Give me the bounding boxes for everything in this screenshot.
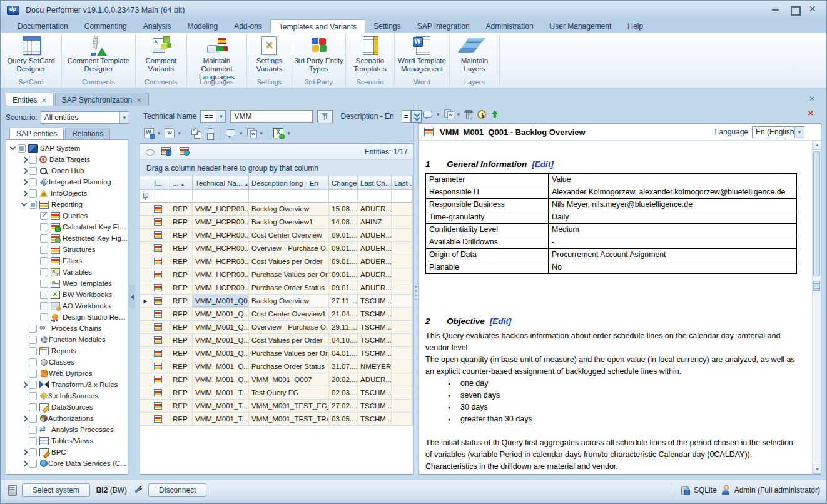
select-system-button[interactable]: Select system: [22, 483, 90, 497]
expander-icon[interactable]: [20, 200, 29, 209]
checkbox[interactable]: [29, 358, 37, 366]
double-chevron-icon[interactable]: [411, 110, 422, 123]
copy-document-dropdown[interactable]: [455, 108, 462, 121]
group-by-bar[interactable]: Drag a column header here to group by th…: [140, 160, 413, 176]
checkbox[interactable]: [29, 392, 37, 400]
table-row[interactable]: REPVMM_M001_Q...Purchase Order Status31.…: [140, 360, 413, 373]
menu-tab-add-ons[interactable]: Add-ons: [226, 19, 270, 33]
column-header-change[interactable]: Change...: [329, 176, 358, 190]
expander-icon[interactable]: [9, 144, 18, 153]
tree-item-sap-system[interactable]: SAP System: [6, 143, 128, 154]
expander-icon[interactable]: [20, 166, 29, 175]
menu-tab-help[interactable]: Help: [619, 19, 651, 33]
filter-cell[interactable]: [329, 190, 358, 203]
history-button[interactable]: [475, 108, 488, 121]
expander-icon[interactable]: [20, 178, 29, 186]
table-row[interactable]: REPVMM_HCPR00...Backlog Overview15.08...…: [140, 203, 413, 216]
tree-item-core-data-services-c[interactable]: Core Data Services (C...: [6, 458, 128, 469]
chevron-down-icon[interactable]: [119, 112, 129, 123]
tree-item-calculated-key-fig[interactable]: Calculated Key Fig...: [6, 221, 128, 233]
excel-export-dropdown[interactable]: [285, 126, 292, 140]
tree-item-datasources[interactable]: DataSources: [6, 401, 128, 413]
technical-name-input[interactable]: [230, 110, 313, 123]
checkbox[interactable]: [29, 381, 37, 389]
checkbox[interactable]: [40, 257, 48, 265]
filter-cell[interactable]: [170, 190, 193, 203]
menu-tab-templates-and-variants[interactable]: Templates and Variants: [270, 19, 366, 33]
tab-sap-synchronization[interactable]: SAP Synchronization: [55, 93, 149, 106]
ribbon-button-comment-variants[interactable]: Comment Variants: [136, 35, 186, 78]
checkbox[interactable]: [40, 291, 48, 299]
tree-item-infoobjects[interactable]: InfoObjects: [6, 188, 128, 199]
tree-item-queries[interactable]: Queries: [6, 210, 128, 221]
tree-item-reports[interactable]: Reports: [6, 345, 128, 356]
checkbox[interactable]: [29, 437, 37, 445]
menu-tab-modeling[interactable]: Modeling: [179, 19, 226, 33]
column-header-last[interactable]: Last ...: [392, 176, 413, 190]
checkbox[interactable]: [29, 426, 37, 434]
comment-button[interactable]: [224, 126, 238, 140]
tree-item-function-modules[interactable]: Function Modules: [6, 334, 128, 345]
menu-tab-user-management[interactable]: User Management: [542, 19, 620, 33]
table-row[interactable]: REPVMM_HCPR00...Purchase Order Status09.…: [140, 281, 413, 295]
table-row[interactable]: REPVMM_M001_Q001Backlog Overview27.11...…: [140, 295, 413, 308]
menu-tab-commenting[interactable]: Commenting: [76, 19, 135, 33]
reset-layout-button[interactable]: [180, 147, 191, 157]
operator-select[interactable]: ==: [200, 110, 226, 123]
delete-button[interactable]: [462, 108, 475, 121]
table-row[interactable]: REPVMM_M001_Q...Cost Center Overview121.…: [140, 308, 413, 321]
checkbox-column-button[interactable]: [203, 126, 217, 140]
checkbox[interactable]: [40, 223, 48, 231]
checkbox[interactable]: [29, 156, 37, 164]
tree-item-process-chains[interactable]: Process Chains: [6, 323, 128, 334]
checkbox[interactable]: [29, 325, 37, 333]
table-row[interactable]: REPVMM_M001_T...Test Query EG02.03....TS…: [140, 386, 413, 400]
column-header-description-long-en[interactable]: Description long - En: [249, 176, 329, 190]
tree-item-analysis-processes[interactable]: Analysis Processes: [6, 424, 128, 435]
maximize-button[interactable]: [789, 5, 800, 14]
ribbon-button-word-template-management[interactable]: Word Template Management: [395, 35, 449, 78]
filter-cell[interactable]: [193, 190, 249, 203]
section-1-edit-link[interactable]: [Edit]: [532, 158, 554, 170]
copy-to-word-button[interactable]: [245, 126, 258, 140]
tree-item-filters[interactable]: Filters: [6, 255, 128, 266]
table-row[interactable]: REPVMM_M001_T...VMM_M001_TEST_TRA...03.0…: [140, 413, 413, 426]
checkbox[interactable]: [29, 189, 37, 198]
ribbon-button-query-setcard-designer[interactable]: Query SetCard Designer: [1, 35, 61, 78]
tree-item-integrated-planning[interactable]: Integrated Planning: [6, 176, 128, 188]
tabstrip-close-icon[interactable]: [809, 94, 818, 103]
menu-tab-administration[interactable]: Administration: [478, 19, 542, 33]
scenario-select[interactable]: All entities: [41, 111, 129, 124]
tab-entities[interactable]: Entities: [6, 93, 54, 106]
tree-item-transform-3-x-rules[interactable]: Transform./3.x Rules: [6, 379, 128, 390]
filter-cell[interactable]: [392, 190, 413, 203]
tree-item-structures[interactable]: Structures: [6, 244, 128, 255]
copy-to-word-dropdown[interactable]: [258, 126, 265, 140]
language-select[interactable]: En (English): [752, 126, 804, 138]
minimize-button[interactable]: [770, 5, 781, 14]
column-header-col1[interactable]: ...: [170, 176, 193, 190]
checkbox[interactable]: [40, 246, 48, 254]
tab-relations[interactable]: Relations: [65, 128, 110, 140]
table-row[interactable]: REPVMM_HCPR00...Cost Values per Order09.…: [140, 255, 413, 268]
tree-item-data-targets[interactable]: Data Targets: [6, 154, 128, 165]
doc-comment-dropdown[interactable]: [435, 108, 442, 121]
table-row[interactable]: REPVMM_HCPR00...Purchase Values per Or..…: [140, 268, 413, 281]
expander-icon[interactable]: [20, 380, 29, 389]
ribbon-button-maintain-comment-languages[interactable]: Maintain Comment Languages: [187, 35, 246, 78]
right-splitter[interactable]: [414, 106, 419, 475]
table-row[interactable]: REPVMM_M001_Q...Overview - Purchase O...…: [140, 321, 413, 334]
tree-item-tables-views[interactable]: Tables/Views: [6, 435, 128, 446]
tree-item-restricted-key-fig[interactable]: Restricted Key Fig...: [6, 233, 128, 244]
document-scrollbar[interactable]: [812, 141, 821, 474]
tree-item-classes[interactable]: Classes: [6, 356, 128, 368]
checkbox[interactable]: [29, 415, 37, 423]
checkbox[interactable]: [40, 268, 48, 276]
expander-icon[interactable]: [20, 414, 29, 423]
tree-item-bw-workbooks[interactable]: BW Workbooks: [6, 289, 128, 300]
column-header-i[interactable]: I...: [151, 176, 170, 190]
comment-filter-icon[interactable]: [145, 147, 155, 157]
disconnect-button[interactable]: Disconnect: [148, 483, 206, 497]
checkbox[interactable]: [40, 302, 48, 310]
close-tab-icon[interactable]: [136, 96, 141, 104]
